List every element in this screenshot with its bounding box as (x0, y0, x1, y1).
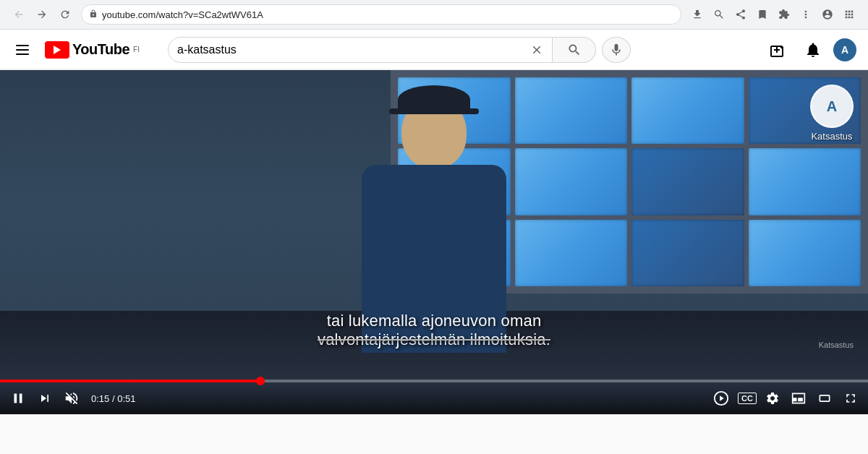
settings-button[interactable] (762, 388, 783, 408)
nav-buttons (9, 4, 75, 25)
youtube-logo-icon (45, 41, 69, 59)
brand-logo-circle: A (810, 85, 854, 128)
time-display: 0:15 / 0:51 (91, 393, 135, 404)
search-bar (168, 37, 553, 63)
forward-button[interactable] (32, 4, 52, 25)
hamburger-menu-button[interactable] (12, 40, 33, 59)
lock-icon (89, 9, 98, 20)
monitor-7 (631, 148, 744, 215)
time-total: 0:51 (117, 393, 135, 404)
time-current: 0:15 (91, 393, 109, 404)
youtube-logo-text: YouTube (72, 41, 129, 58)
monitor-12 (749, 220, 861, 286)
hamburger-line (16, 49, 29, 51)
theater-mode-button[interactable] (814, 388, 835, 408)
notifications-button[interactable] (799, 35, 827, 64)
header-right: A (764, 35, 856, 64)
address-bar[interactable]: youtube.com/watch?v=SCa2wtWV61A (81, 4, 681, 25)
video-frame: A Katsastus tai lukemalla ajoneuvon oman… (0, 70, 868, 414)
monitor-3 (631, 77, 744, 144)
back-button[interactable] (9, 4, 29, 25)
person-cap (398, 85, 470, 114)
controls-bar: 0:15 / 0:51 CC (0, 382, 868, 414)
header-left: YouTubeFI (12, 40, 156, 59)
captions-button[interactable]: CC (738, 393, 757, 404)
zoom-icon[interactable] (709, 4, 729, 25)
brand-overlay: A Katsastus (810, 85, 854, 142)
hamburger-line (16, 53, 29, 55)
subtitle-container: tai lukemalla ajoneuvon oman valvontajär… (318, 312, 550, 349)
youtube-logo-country: FI (133, 46, 140, 53)
download-icon[interactable] (687, 4, 707, 25)
profile-icon[interactable] (817, 4, 838, 25)
pause-button[interactable] (7, 387, 29, 409)
autoplay-button[interactable] (710, 387, 732, 409)
subtitle-line1: tai lukemalla ajoneuvon oman (318, 312, 550, 330)
brand-letter: A (827, 98, 837, 115)
search-button[interactable] (553, 37, 596, 63)
youtube-logo[interactable]: YouTubeFI (45, 41, 140, 59)
voice-search-button[interactable] (602, 37, 631, 63)
skip-next-button[interactable] (35, 388, 55, 408)
browser-right-icons (687, 4, 859, 25)
refresh-button[interactable] (55, 4, 75, 25)
browser-chrome: youtube.com/watch?v=SCa2wtWV61A (0, 0, 868, 30)
video-container: A Katsastus tai lukemalla ajoneuvon oman… (0, 70, 868, 414)
captions-label: CC (741, 394, 753, 403)
bookmark-icon[interactable] (752, 4, 773, 25)
mute-button[interactable] (61, 387, 82, 409)
youtube-header: YouTubeFI A (0, 30, 868, 70)
search-container (168, 37, 631, 63)
search-input[interactable] (177, 43, 530, 56)
monitor-8 (749, 148, 861, 215)
avatar[interactable]: A (833, 38, 856, 61)
create-button[interactable] (764, 35, 793, 64)
person-head (401, 96, 467, 168)
extensions-icon[interactable] (774, 4, 794, 25)
browser-top-bar: youtube.com/watch?v=SCa2wtWV61A (0, 0, 868, 29)
monitor-11 (631, 220, 744, 286)
search-clear-button[interactable] (530, 43, 543, 56)
url-text: youtube.com/watch?v=SCa2wtWV61A (102, 9, 673, 20)
share-icon[interactable] (731, 4, 751, 25)
person-cap-brim (389, 108, 479, 114)
brand-label: Katsastus (811, 131, 852, 142)
chrome-menu-icon[interactable] (796, 4, 816, 25)
video-watermark: Katsastus (819, 340, 854, 349)
fullscreen-button[interactable] (841, 388, 861, 408)
window-controls[interactable] (839, 4, 859, 25)
subtitle-line2: valvontajärjestelmän ilmoituksia. (318, 330, 550, 349)
hamburger-line (16, 45, 29, 46)
miniplayer-button[interactable] (788, 388, 809, 408)
